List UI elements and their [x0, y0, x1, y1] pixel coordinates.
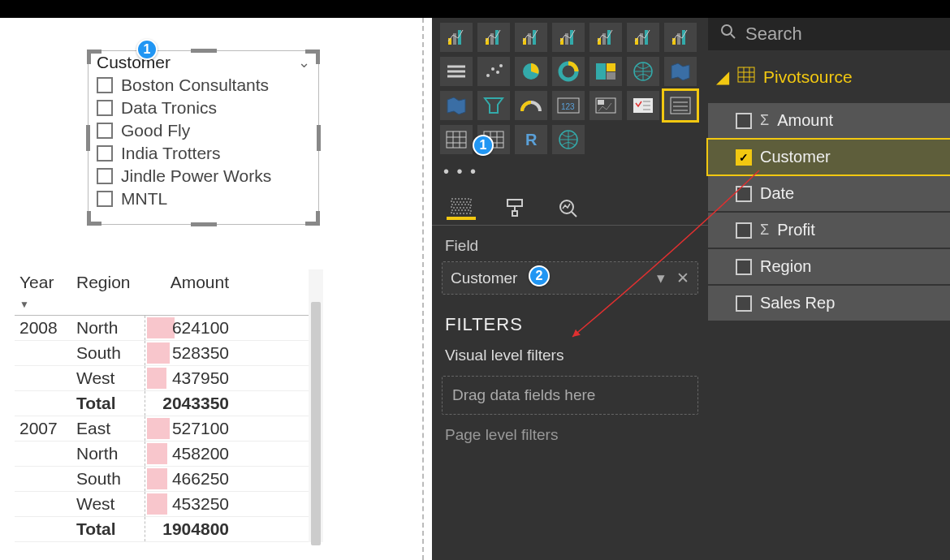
- cell-year: [15, 492, 71, 516]
- field-row-customer[interactable]: ✓Customer: [708, 140, 950, 174]
- field-well[interactable]: Customer ▾ ✕ 2: [442, 261, 698, 295]
- checkbox[interactable]: [97, 145, 113, 162]
- funnel-chart-icon[interactable]: [477, 91, 510, 120]
- slicer-header[interactable]: Customer ⌄: [89, 51, 318, 72]
- resize-handle-top-left[interactable]: [87, 50, 101, 64]
- checkbox[interactable]: [97, 191, 113, 207]
- resize-handle-right[interactable]: [317, 125, 321, 151]
- table-row[interactable]: Total2043350: [15, 391, 323, 416]
- svg-point-27: [499, 64, 503, 67]
- combo-chart-icon[interactable]: [515, 23, 547, 52]
- svg-point-63: [722, 25, 732, 35]
- area-stacked-icon[interactable]: [440, 23, 473, 52]
- field-row-amount[interactable]: ΣAmount: [708, 103, 950, 138]
- field-checkbox[interactable]: [736, 186, 752, 202]
- slicer-visual-type-icon[interactable]: [664, 91, 697, 120]
- table-row[interactable]: South466250: [15, 467, 323, 492]
- resize-handle-bottom-left[interactable]: [87, 211, 101, 226]
- resize-handle-top[interactable]: [191, 49, 217, 53]
- card-number-icon[interactable]: 123: [552, 91, 585, 120]
- matrix-visual[interactable]: Year ▼ Region Amount 2008North624100Sout…: [15, 269, 323, 542]
- line-chart-icon[interactable]: [477, 23, 510, 52]
- analytics-tab[interactable]: [554, 196, 583, 220]
- field-checkbox[interactable]: [736, 113, 752, 129]
- visual-filter-dropzone[interactable]: Drag data fields here: [442, 376, 698, 415]
- remove-field-button[interactable]: ✕: [676, 269, 689, 287]
- field-chip-customer[interactable]: Customer ▾ ✕ 2: [443, 262, 697, 294]
- scatter-compare-icon[interactable]: [627, 23, 659, 52]
- callout-badge-1: 1: [473, 135, 494, 156]
- field-checkbox[interactable]: ✓: [736, 149, 752, 166]
- column-header-amount[interactable]: Amount: [145, 269, 234, 315]
- more-visuals-button[interactable]: • • •: [432, 159, 708, 184]
- donut-chart-icon[interactable]: [552, 57, 585, 86]
- table-row[interactable]: 2007East527100: [15, 416, 323, 442]
- column-header-region[interactable]: Region: [71, 269, 145, 315]
- arcgis-visual-icon[interactable]: [552, 125, 585, 154]
- map-visual-icon[interactable]: [627, 57, 659, 86]
- field-checkbox[interactable]: [736, 295, 752, 312]
- column-header-year[interactable]: Year ▼: [15, 269, 71, 315]
- scroll-thumb[interactable]: [311, 302, 321, 545]
- slicer-list-icon[interactable]: [440, 57, 473, 86]
- table-header-row: Year ▼ Region Amount: [15, 269, 323, 316]
- report-canvas: Customer ⌄ Boston ConsultantsData Tronic…: [0, 18, 422, 560]
- gauge-chart-icon[interactable]: [515, 91, 547, 120]
- format-tab[interactable]: [500, 196, 529, 220]
- checkbox[interactable]: [97, 100, 113, 116]
- vertical-scrollbar[interactable]: [309, 269, 323, 542]
- slicer-item[interactable]: Good Fly: [95, 119, 312, 142]
- field-row-profit[interactable]: ΣProfit: [708, 213, 950, 248]
- clustered-column-icon[interactable]: [664, 23, 697, 52]
- field-checkbox[interactable]: [736, 222, 752, 239]
- table-row[interactable]: South528350: [15, 341, 323, 366]
- slicer-item[interactable]: Data Tronics: [95, 97, 312, 119]
- field-row-sales-rep[interactable]: Sales Rep: [708, 286, 950, 321]
- treemap-icon[interactable]: [589, 57, 622, 86]
- field-label: Profit: [777, 221, 815, 239]
- slicer-visual[interactable]: Customer ⌄ Boston ConsultantsData Tronic…: [88, 50, 319, 225]
- fields-tab[interactable]: [447, 196, 476, 220]
- kpi-visual-icon[interactable]: [589, 91, 622, 120]
- table-row[interactable]: North458200: [15, 442, 323, 467]
- slicer-item[interactable]: Boston Consultants: [95, 74, 312, 97]
- r-script-visual-icon[interactable]: R: [515, 125, 547, 154]
- field-checkbox[interactable]: [736, 259, 752, 275]
- ribbon-chart-icon[interactable]: [552, 23, 585, 52]
- resize-handle-bottom[interactable]: [191, 222, 217, 226]
- table-row[interactable]: Total1904800: [15, 517, 323, 542]
- slicer-item[interactable]: MNTL: [95, 187, 312, 210]
- table-row[interactable]: West453250: [15, 492, 323, 517]
- scatter-chart-icon[interactable]: [477, 57, 510, 86]
- cell-region: West: [71, 366, 145, 390]
- chevron-down-icon[interactable]: ▾: [657, 269, 665, 287]
- filled-map-icon[interactable]: [664, 57, 697, 86]
- table-row[interactable]: West437950: [15, 366, 323, 391]
- checkbox[interactable]: [97, 168, 113, 184]
- pie-chart-icon[interactable]: [515, 57, 547, 86]
- shape-map-icon[interactable]: [440, 91, 473, 120]
- table-row[interactable]: 2008North624100: [15, 316, 323, 341]
- field-row-date[interactable]: Date: [708, 176, 950, 211]
- expand-collapse-icon[interactable]: ◢: [716, 67, 729, 87]
- svg-text:R: R: [525, 131, 538, 149]
- table-visual-icon[interactable]: [440, 125, 473, 154]
- cell-region: North: [71, 316, 145, 340]
- resize-handle-left[interactable]: [86, 125, 90, 151]
- fields-search[interactable]: Search: [708, 18, 950, 50]
- resize-handle-top-right[interactable]: [305, 50, 320, 64]
- multi-row-card-icon[interactable]: [627, 91, 659, 120]
- resize-handle-bottom-right[interactable]: [305, 211, 320, 226]
- cell-amount: 528350: [145, 341, 234, 365]
- table-node-pivotsource[interactable]: ◢ Pivotsource: [708, 50, 950, 103]
- cell-year: [15, 467, 71, 491]
- panel-splitter[interactable]: [422, 18, 432, 560]
- slicer-item-label: Data Tronics: [121, 98, 217, 118]
- checkbox[interactable]: [97, 77, 113, 93]
- slicer-item[interactable]: Jindle Power Works: [95, 165, 312, 187]
- waterfall-chart-icon[interactable]: [589, 23, 622, 52]
- field-row-region[interactable]: Region: [708, 249, 950, 284]
- filters-heading: FILTERS: [432, 295, 708, 342]
- checkbox[interactable]: [97, 123, 113, 139]
- slicer-item[interactable]: India Trotters: [95, 142, 312, 165]
